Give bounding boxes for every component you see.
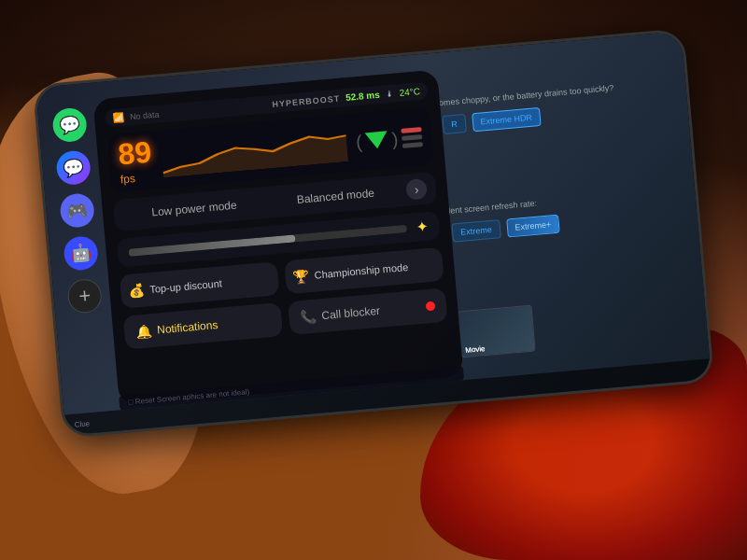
no-data-label: No data <box>130 109 160 121</box>
brightness-fill <box>128 234 295 257</box>
btn-extremeplus[interactable]: Extreme+ <box>506 215 560 238</box>
movie-thumbnail: Movie <box>458 305 536 358</box>
notifications-btn[interactable]: 🔔 Notifications <box>123 302 283 350</box>
signal-bars <box>401 127 423 148</box>
bell-icon: 🔔 <box>135 323 152 339</box>
brightness-icon: ✦ <box>416 217 430 236</box>
overlay-panel: 📶 No data HYPERBOOST 52.8 ms 🌡 24°C 89 f… <box>92 69 463 406</box>
fps-value: 89 <box>117 136 152 169</box>
game-text-line2: lent screen refresh rate: <box>448 199 538 216</box>
down-indicator <box>365 131 388 149</box>
topup-icon: 💰 <box>128 283 145 299</box>
bottom-bar-hint: Clue <box>74 419 90 428</box>
hyperboost-label: HYPERBOOST <box>272 93 341 108</box>
thermometer-icon: 🌡 <box>385 89 394 99</box>
championship-icon: 🏆 <box>292 268 309 284</box>
low-power-mode-btn[interactable]: Low power mode <box>122 192 265 225</box>
notifications-label: Notifications <box>157 318 218 337</box>
right-bracket: ) <box>391 128 400 149</box>
red-dot-indicator <box>426 301 436 312</box>
topup-discount-btn[interactable]: 💰 Top-up discount <box>120 261 279 309</box>
discord-icon[interactable]: 🎮 <box>59 192 95 229</box>
mode-arrow-btn[interactable]: › <box>405 178 428 201</box>
btn-extreme-hdr[interactable]: Extreme HDR <box>472 107 542 133</box>
call-blocker-label: Call blocker <box>321 304 381 322</box>
topup-label: Top-up discount <box>149 277 222 295</box>
indicators: ( ) <box>355 126 423 153</box>
messenger-icon[interactable]: 💬 <box>55 149 92 186</box>
add-app-button[interactable]: + <box>66 278 103 315</box>
latency-value: 52.8 ms <box>345 90 381 103</box>
btn-extreme[interactable]: Extreme <box>451 219 500 243</box>
brightness-slider[interactable] <box>128 224 407 256</box>
fps-graph <box>160 124 348 177</box>
whatsapp-icon[interactable]: 💬 <box>51 106 88 143</box>
btn-r[interactable]: R <box>442 114 466 134</box>
phone-icon: 📞 <box>300 309 317 325</box>
game-right-panel: omes choppy, or the battery drains too q… <box>420 31 712 401</box>
left-bracket: ( <box>355 131 363 152</box>
balanced-mode-btn[interactable]: Balanced mode <box>264 180 407 213</box>
call-blocker-btn[interactable]: 📞 Call blocker <box>288 288 447 336</box>
championship-label: Championship mode <box>314 261 409 281</box>
phone-body: omes choppy, or the battery drains too q… <box>33 28 714 439</box>
movie-label: Movie <box>465 344 486 355</box>
discord2-icon[interactable]: 🤖 <box>63 235 99 272</box>
temperature-value: 24°C <box>399 86 420 98</box>
championship-mode-btn[interactable]: 🏆 Championship mode <box>284 247 444 295</box>
fps-unit: fps <box>120 172 135 186</box>
svg-marker-0 <box>161 133 348 177</box>
wifi-icon: 📶 <box>113 112 125 123</box>
